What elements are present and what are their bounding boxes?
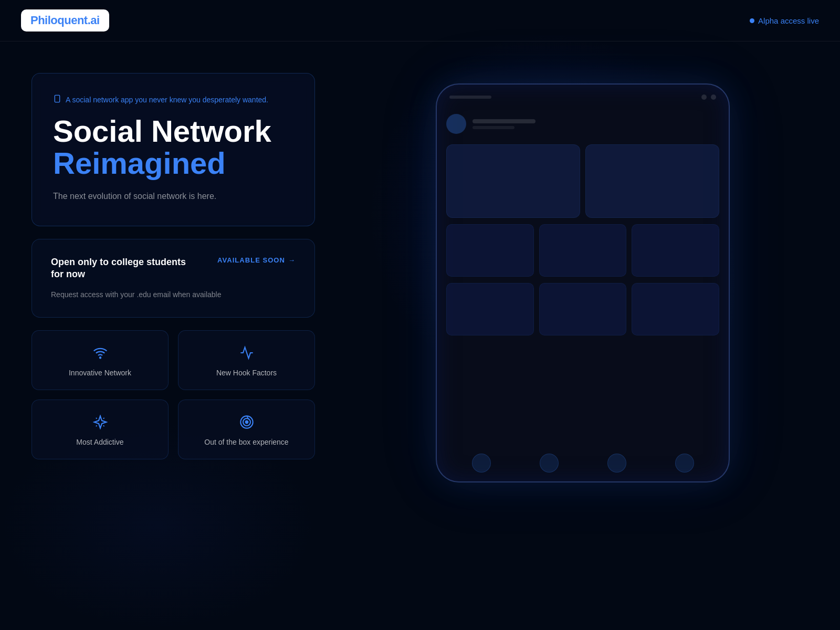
main-content: A social network app you never knew you …: [0, 41, 840, 503]
tablet-user-name-bar: [472, 119, 536, 123]
tablet-mockup: [436, 83, 730, 482]
tablet-bottom-nav: [437, 445, 729, 481]
hero-title: Social Network Reimagined: [53, 116, 293, 180]
feature-label-most-addictive: Most Addictive: [76, 438, 123, 446]
feature-label-new-hook: New Hook Factors: [216, 369, 277, 377]
mobile-icon: [53, 94, 61, 105]
tablet-content-card-7: [539, 283, 627, 335]
hero-subtitle-text: A social network app you never knew you …: [66, 96, 268, 104]
logo-accent: .ai: [88, 14, 100, 27]
access-top: Open only to college students for now AV…: [51, 256, 296, 281]
available-soon-link[interactable]: AVAILABLE SOON →: [217, 256, 296, 264]
tablet-nav-item-2: [540, 454, 559, 472]
feature-card-new-hook: New Hook Factors: [178, 330, 315, 390]
feature-card-most-addictive: Most Addictive: [32, 400, 169, 459]
svg-point-2: [99, 357, 100, 358]
wifi-icon: [93, 345, 108, 362]
hero-title-line1: Social Network: [53, 116, 293, 148]
feature-grid: Innovative Network New Hook Factors: [32, 330, 315, 459]
tablet-content-card-3: [446, 224, 534, 277]
tablet-avatar: [446, 114, 466, 134]
tablet-user-info: [472, 119, 536, 129]
available-label: AVAILABLE SOON: [217, 256, 285, 264]
target-icon: [239, 415, 254, 432]
svg-point-5: [245, 421, 248, 423]
tablet-content: [437, 110, 729, 445]
tablet-status-dots: [701, 94, 716, 100]
sparkles-icon: [93, 415, 108, 432]
tablet-content-card-2: [585, 144, 719, 218]
activity-icon: [239, 345, 254, 362]
feature-card-innovative-network: Innovative Network: [32, 330, 169, 390]
tablet-device: [436, 83, 730, 482]
logo-name: Philoquent: [30, 14, 88, 27]
tablet-content-card-6: [446, 283, 534, 335]
arrow-icon: →: [288, 256, 296, 264]
hero-card: A social network app you never knew you …: [32, 73, 315, 226]
hero-description: The next evolution of social network is …: [53, 190, 293, 203]
tablet-status-bar: [449, 96, 491, 99]
tablet-content-card-5: [632, 224, 719, 277]
access-description: Request access with your .edu email when…: [51, 289, 296, 300]
alpha-dot-icon: [750, 18, 754, 23]
svg-rect-0: [55, 95, 59, 102]
alpha-badge: Alpha access live: [750, 16, 819, 25]
tablet-grid-row3: [446, 283, 719, 335]
logo-text: Philoquent.ai: [30, 14, 100, 27]
hero-title-line2: Reimagined: [53, 148, 293, 180]
left-panel: A social network app you never knew you …: [32, 73, 315, 482]
alpha-label: Alpha access live: [758, 16, 819, 25]
tablet-grid-row2: [446, 224, 719, 277]
tablet-dot-1: [701, 94, 707, 100]
tablet-user-sub-bar: [472, 126, 514, 129]
tablet-dot-2: [711, 94, 716, 100]
hero-subtitle: A social network app you never knew you …: [53, 94, 293, 105]
tablet-content-card-4: [539, 224, 627, 277]
feature-card-out-of-box: Out of the box experience: [178, 400, 315, 459]
tablet-top-bar: [437, 85, 729, 110]
logo[interactable]: Philoquent.ai: [21, 9, 109, 32]
access-title: Open only to college students for now: [51, 256, 187, 281]
tablet-nav-item-3: [607, 454, 626, 472]
tablet-nav-item-1: [472, 454, 491, 472]
tablet-content-card-8: [632, 283, 719, 335]
tablet-nav-item-4: [675, 454, 694, 472]
tablet-grid-row1: [446, 144, 719, 218]
feature-label-innovative-network: Innovative Network: [69, 369, 131, 377]
access-card: Open only to college students for now AV…: [32, 239, 315, 318]
tablet-content-card-1: [446, 144, 580, 218]
right-panel: [346, 73, 819, 482]
tablet-user-bar: [446, 110, 719, 138]
header: Philoquent.ai Alpha access live: [0, 0, 840, 41]
feature-label-out-of-box: Out of the box experience: [204, 438, 288, 446]
